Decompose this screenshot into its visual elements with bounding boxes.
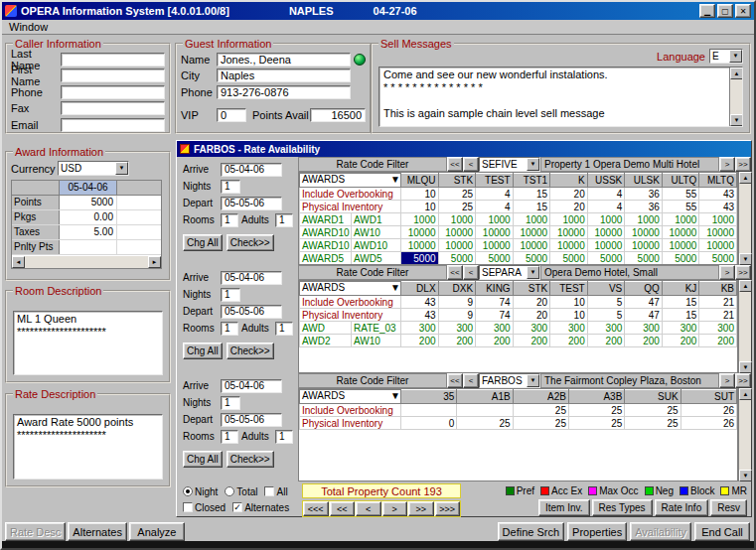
availability-cell[interactable]: 1000: [699, 213, 737, 226]
check-button[interactable]: Check>>: [227, 234, 274, 251]
dropdown-arrow-icon[interactable]: ▼: [527, 158, 539, 171]
availability-cell[interactable]: 200: [625, 335, 663, 347]
vip-field[interactable]: 0: [217, 108, 246, 122]
currency-combo[interactable]: USD ▼: [58, 161, 129, 176]
availability-cell[interactable]: 200: [699, 335, 737, 347]
property-back-button[interactable]: <: [463, 265, 479, 280]
availability-cell[interactable]: 25: [568, 417, 624, 430]
availability-cell[interactable]: 1000: [513, 213, 550, 226]
property-fwd-button[interactable]: >: [719, 157, 735, 172]
availability-cell[interactable]: 20: [513, 296, 550, 309]
availability-cell[interactable]: 25: [457, 417, 513, 430]
availability-cell[interactable]: 25: [513, 417, 568, 430]
adults-input[interactable]: 1: [275, 322, 293, 336]
minimize-button[interactable]: ▁: [699, 4, 715, 18]
availability-cell[interactable]: 10000: [513, 226, 550, 239]
availability-cell[interactable]: 10000: [662, 226, 699, 239]
availability-cell[interactable]: 4: [476, 201, 514, 213]
adults-input[interactable]: 1: [275, 213, 293, 227]
availability-cell[interactable]: 55: [662, 201, 699, 213]
availability-cell[interactable]: 200: [438, 335, 476, 347]
property-back-button[interactable]: <: [463, 373, 479, 388]
date-nav-button[interactable]: >>: [408, 501, 434, 516]
availability-cell[interactable]: 15: [662, 309, 699, 322]
availability-cell[interactable]: 200: [550, 335, 588, 347]
date-nav-button[interactable]: <<: [330, 501, 356, 516]
availability-cell[interactable]: 21: [699, 309, 737, 322]
availability-cell[interactable]: 1000: [550, 213, 588, 226]
availability-cell[interactable]: 55: [662, 188, 699, 201]
availability-cell[interactable]: 21: [699, 296, 737, 309]
depart-date-input[interactable]: 05-05-06: [221, 305, 282, 319]
date-nav-button[interactable]: <: [356, 501, 381, 516]
availability-cell[interactable]: 36: [625, 188, 663, 201]
availability-cell[interactable]: 10000: [513, 239, 550, 252]
availability-cell[interactable]: 10000: [438, 226, 476, 239]
end-call-button[interactable]: End Call: [694, 522, 750, 541]
availability-cell[interactable]: 1000: [476, 213, 514, 226]
language-combo[interactable]: E ▼: [709, 49, 743, 64]
rate-filter-combo[interactable]: AWARDS▼: [300, 282, 401, 296]
dropdown-arrow-icon[interactable]: ▼: [390, 174, 400, 187]
adults-input[interactable]: 1: [275, 430, 293, 444]
availability-cell[interactable]: 4: [476, 188, 514, 201]
availability-cell[interactable]: 74: [476, 296, 514, 309]
properties-button[interactable]: Properties: [567, 522, 627, 541]
availability-cell[interactable]: 25: [568, 404, 624, 417]
sell-scrollbar[interactable]: ▲ ▼: [729, 68, 742, 126]
availability-cell[interactable]: 25: [625, 417, 680, 430]
award-row-value[interactable]: 5.00: [60, 225, 117, 239]
availability-cell[interactable]: 5000: [587, 252, 625, 265]
guest-city-field[interactable]: Naples: [217, 69, 351, 82]
item-inv-button[interactable]: Item Inv.: [538, 499, 590, 516]
property-code-combo[interactable]: SEPARA▼: [479, 265, 540, 280]
property-code-combo[interactable]: SEFIVE▼: [479, 157, 540, 172]
rooms-input[interactable]: 1: [221, 213, 238, 227]
date-nav-button[interactable]: <<<: [303, 501, 329, 516]
scroll-down-icon[interactable]: ▼: [739, 253, 752, 265]
availability-cell[interactable]: 1000: [587, 213, 625, 226]
chg-all-button[interactable]: Chg All: [183, 451, 223, 468]
availability-cell[interactable]: 5000: [662, 252, 699, 265]
availability-cell[interactable]: 5000: [550, 252, 588, 265]
availability-cell[interactable]: 10000: [699, 226, 737, 239]
availability-cell[interactable]: 47: [625, 309, 663, 322]
availability-cell[interactable]: 43: [401, 296, 439, 309]
availability-cell[interactable]: 20: [513, 309, 550, 322]
availability-cell[interactable]: 1000: [662, 213, 699, 226]
availability-cell[interactable]: 10000: [550, 226, 588, 239]
availability-cell[interactable]: 43: [699, 201, 737, 213]
availability-cell[interactable]: 4: [587, 188, 625, 201]
scroll-up-icon[interactable]: ▲: [739, 280, 752, 292]
availability-cell[interactable]: 300: [476, 322, 514, 335]
scroll-right-icon[interactable]: ►: [148, 256, 161, 268]
availability-cell[interactable]: 5: [587, 309, 625, 322]
availability-cell[interactable]: 5000: [513, 252, 550, 265]
phone-input[interactable]: [61, 85, 165, 99]
availability-cell[interactable]: 1000: [401, 213, 439, 226]
grid-vertical-scrollbar[interactable]: ▲▼: [738, 172, 751, 265]
availability-cell[interactable]: 43: [401, 309, 439, 322]
property-back-fast-button[interactable]: <<: [447, 373, 463, 388]
availability-cell[interactable]: 200: [401, 335, 439, 347]
availability-cell[interactable]: 10: [550, 296, 588, 309]
date-nav-button[interactable]: >: [382, 501, 408, 516]
rate-filter-combo[interactable]: AWARDS▼: [300, 174, 401, 188]
rate-filter-combo[interactable]: AWARDS▼: [300, 390, 401, 404]
resv-button[interactable]: Resv: [710, 499, 747, 516]
guest-name-field[interactable]: Jones., Deena: [217, 53, 351, 67]
last-name-input[interactable]: [61, 53, 165, 67]
scroll-up-icon[interactable]: ▲: [739, 172, 752, 184]
all-checkbox[interactable]: [264, 486, 274, 496]
availability-cell[interactable]: 5000: [438, 252, 476, 265]
chg-all-button[interactable]: Chg All: [183, 343, 223, 359]
availability-cell[interactable]: 10: [401, 188, 439, 201]
property-back-button[interactable]: <: [463, 157, 479, 172]
availability-cell[interactable]: 200: [587, 335, 625, 347]
availability-cell[interactable]: 26: [680, 417, 736, 430]
alternates-button[interactable]: Alternates: [68, 522, 127, 541]
award-date-header[interactable]: 05-04-06: [60, 181, 117, 195]
arrive-date-input[interactable]: 05-04-06: [221, 379, 282, 393]
award-row-value[interactable]: 5000: [60, 196, 117, 209]
arrive-date-input[interactable]: 05-04-06: [221, 271, 282, 285]
